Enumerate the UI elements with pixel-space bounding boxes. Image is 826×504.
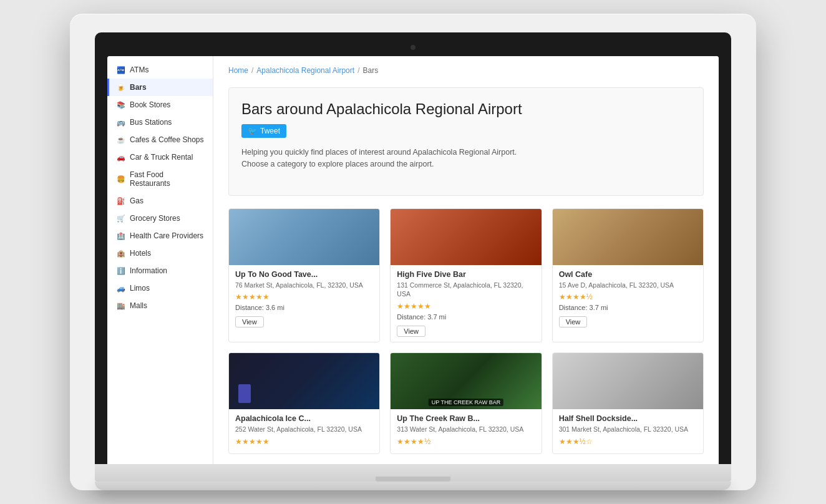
card-stars: ★★★½☆ <box>559 437 697 446</box>
screen: 🏧 ATMs 🍺 Bars 📚 Book Stores 🚌 Bus Statio… <box>107 56 719 464</box>
card-stars: ★★★★★ <box>235 293 373 301</box>
sidebar-label-grocery: Grocery Stores <box>130 214 180 223</box>
card-address: 301 Market St, Apalachicola, FL 32320, U… <box>559 425 697 434</box>
card-image-wrapper <box>229 209 379 265</box>
breadcrumb-sep2: / <box>357 66 359 75</box>
card-name: Up The Creek Raw B... <box>397 414 535 423</box>
sidebar-label-car: Car & Truck Rental <box>130 153 193 162</box>
sidebar-label-gas: Gas <box>130 196 143 205</box>
sidebar-item-grocery[interactable]: 🛒 Grocery Stores <box>107 210 213 227</box>
view-button[interactable]: View <box>559 316 588 327</box>
card-name: High Five Dive Bar <box>397 270 535 279</box>
camera <box>411 45 415 50</box>
card-distance: Distance: 3.7 mi <box>397 313 535 321</box>
sidebar-item-limos[interactable]: 🚙 Limos <box>107 279 213 297</box>
breadcrumb-sep1: / <box>251 66 253 75</box>
sidebar-label-malls: Malls <box>130 301 147 310</box>
sidebar-label-fastfood: Fast Food Restaurants <box>130 170 205 188</box>
sidebar-item-car[interactable]: 🚗 Car & Truck Rental <box>107 148 213 166</box>
malls-icon: 🏬 <box>117 301 125 310</box>
sidebar-item-bookstores[interactable]: 📚 Book Stores <box>107 96 213 114</box>
tweet-label: Tweet <box>260 127 280 135</box>
card-stars: ★★★★½ <box>397 437 535 446</box>
card-2: Owl Cafe 15 Ave D, Apalachicola, FL 3232… <box>552 208 704 342</box>
sidebar-item-healthcare[interactable]: 🏥 Health Care Providers <box>107 227 213 245</box>
card-body: Up To No Good Tave... 76 Market St, Apal… <box>229 265 379 333</box>
view-button[interactable]: View <box>397 326 425 337</box>
sidebar-item-hotels[interactable]: 🏨 Hotels <box>107 245 213 262</box>
sidebar-label-bookstores: Book Stores <box>130 100 170 109</box>
card-stars: ★★★★★ <box>235 437 373 446</box>
sidebar-item-fastfood[interactable]: 🍔 Fast Food Restaurants <box>107 166 213 192</box>
card-image-wrapper <box>553 353 703 409</box>
sidebar-label-hotels: Hotels <box>130 249 151 258</box>
tweet-icon: 🐦 <box>248 127 257 135</box>
breadcrumb-airport[interactable]: Apalachicola Regional Airport <box>256 66 354 75</box>
card-name: Owl Cafe <box>559 270 697 279</box>
card-stars: ★★★★★ <box>397 302 535 311</box>
card-address: 131 Commerce St, Apalachicola, FL 32320,… <box>397 281 535 299</box>
card-name: Up To No Good Tave... <box>235 270 373 279</box>
card-image-wrapper <box>229 353 379 409</box>
card-name: Half Shell Dockside... <box>559 414 697 423</box>
cards-grid-row1: Up To No Good Tave... 76 Market St, Apal… <box>228 208 704 342</box>
card-1: UP THE CREEK RAW BAR Up The Creek Raw B.… <box>390 352 542 454</box>
bookstores-icon: 📚 <box>117 100 125 109</box>
gas-icon: ⛽ <box>117 196 125 205</box>
hotels-icon: 🏨 <box>117 249 125 258</box>
sidebar-item-busstations[interactable]: 🚌 Bus Stations <box>107 114 213 131</box>
sidebar-item-cafes[interactable]: ☕ Cafes & Coffee Shops <box>107 131 213 148</box>
img-overlay-label: UP THE CREEK RAW BAR <box>429 399 503 406</box>
sidebar-item-bars[interactable]: 🍺 Bars <box>107 79 213 96</box>
card-body: Up The Creek Raw B... 313 Water St, Apal… <box>391 409 541 453</box>
view-button[interactable]: View <box>235 316 264 327</box>
breadcrumb: Home / Apalachicola Regional Airport / B… <box>228 66 704 75</box>
card-image-wrapper <box>391 209 541 265</box>
browser-content: 🏧 ATMs 🍺 Bars 📚 Book Stores 🚌 Bus Statio… <box>107 56 719 464</box>
card-0: Apalachicola Ice C... 252 Water St, Apal… <box>228 352 380 454</box>
main-content: Home / Apalachicola Regional Airport / B… <box>213 56 719 464</box>
tweet-button[interactable]: 🐦 Tweet <box>241 124 286 138</box>
cards-grid-row2: Apalachicola Ice C... 252 Water St, Apal… <box>228 352 704 454</box>
sidebar-label-busstations: Bus Stations <box>130 118 172 127</box>
laptop-frame: 🏧 ATMs 🍺 Bars 📚 Book Stores 🚌 Bus Statio… <box>70 14 756 490</box>
sidebar-label-bars: Bars <box>130 83 147 92</box>
card-body: Owl Cafe 15 Ave D, Apalachicola, FL 3232… <box>553 265 703 333</box>
card-body: Half Shell Dockside... 301 Market St, Ap… <box>553 409 703 453</box>
fastfood-icon: 🍔 <box>117 175 125 183</box>
limos-icon: 🚙 <box>117 284 125 293</box>
card-image-wrapper: UP THE CREEK RAW BAR <box>391 353 541 409</box>
bars-icon: 🍺 <box>117 83 125 92</box>
card-address: 313 Water St, Apalachicola, FL 32320, US… <box>397 425 535 434</box>
page-title: Bars around Apalachicola Regional Airpor… <box>241 100 691 118</box>
sidebar-label-atms: ATMs <box>130 65 148 74</box>
sidebar-label-cafes: Cafes & Coffee Shops <box>130 135 204 144</box>
atms-icon: 🏧 <box>117 65 125 74</box>
card-stars: ★★★★½ <box>559 293 697 301</box>
breadcrumb-current: Bars <box>362 66 378 75</box>
card-distance: Distance: 3.7 mi <box>559 304 697 311</box>
card-address: 15 Ave D, Apalachicola, FL 32320, USA <box>559 281 697 290</box>
sidebar-item-gas[interactable]: ⛽ Gas <box>107 192 213 210</box>
card-0: Up To No Good Tave... 76 Market St, Apal… <box>228 208 380 342</box>
sidebar-label-limos: Limos <box>130 284 150 293</box>
card-body: Apalachicola Ice C... 252 Water St, Apal… <box>229 409 379 453</box>
sidebar-label-healthcare: Health Care Providers <box>130 231 203 240</box>
healthcare-icon: 🏥 <box>117 231 125 240</box>
cafes-icon: ☕ <box>117 135 125 144</box>
card-address: 252 Water St, Apalachicola, FL 32320, US… <box>235 425 373 434</box>
sidebar-item-atms[interactable]: 🏧 ATMs <box>107 61 213 79</box>
laptop-base <box>95 464 731 482</box>
card-address: 76 Market St, Apalachicola, FL, 32320, U… <box>235 281 373 290</box>
breadcrumb-home[interactable]: Home <box>228 66 248 75</box>
sidebar-item-information[interactable]: ℹ️ Information <box>107 262 213 279</box>
screen-bezel: 🏧 ATMs 🍺 Bars 📚 Book Stores 🚌 Bus Statio… <box>95 32 731 464</box>
sidebar-label-information: Information <box>130 266 167 275</box>
sidebar: 🏧 ATMs 🍺 Bars 📚 Book Stores 🚌 Bus Statio… <box>107 56 213 464</box>
car-icon: 🚗 <box>117 153 125 162</box>
card-1: High Five Dive Bar 131 Commerce St, Apal… <box>390 208 542 342</box>
grocery-icon: 🛒 <box>117 214 125 223</box>
card-body: High Five Dive Bar 131 Commerce St, Apal… <box>391 265 541 342</box>
card-2: Half Shell Dockside... 301 Market St, Ap… <box>552 352 704 454</box>
sidebar-item-malls[interactable]: 🏬 Malls <box>107 297 213 314</box>
